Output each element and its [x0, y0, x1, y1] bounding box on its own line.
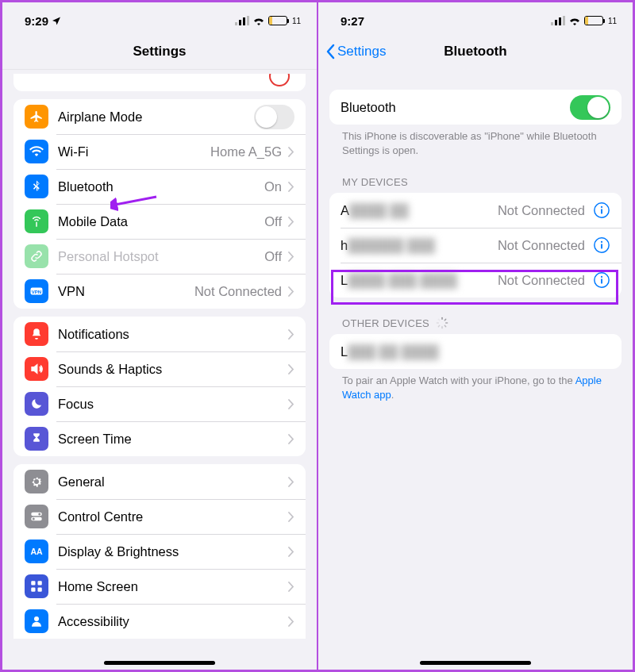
row-label: Display & Brightness: [58, 544, 282, 559]
other-devices-group: L███ ██ ████: [329, 334, 622, 369]
chevron-right-icon: [288, 286, 294, 297]
svg-text:AA: AA: [30, 547, 43, 556]
chevron-right-icon: [288, 547, 294, 557]
cell-signal-icon: [551, 14, 565, 28]
hourglass-icon: [25, 427, 48, 451]
row-value: Not Connected: [194, 284, 282, 299]
settings-row-vpn[interactable]: VPNVPNNot Connected: [13, 274, 306, 309]
settings-row-mobile-data[interactable]: Mobile DataOff: [13, 204, 306, 239]
discoverable-note: This iPhone is discoverable as "iPhone" …: [342, 129, 609, 157]
my-devices-group: A████ ██Not Connectedh██████ ███Not Conn…: [329, 193, 622, 298]
status-time: 9:29: [25, 14, 48, 28]
device-row[interactable]: L████ ███ ████Not Connected: [329, 263, 622, 298]
svg-rect-34: [441, 326, 442, 328]
navbar: Settings Bluetooth: [318, 34, 633, 69]
settings-root-screen: 9:29 11 Settings Airplane ModeWi-FiHome …: [0, 0, 318, 672]
settings-row-notifications[interactable]: Notifications: [13, 317, 306, 351]
settings-row-control-centre[interactable]: Control Centre: [13, 499, 306, 534]
toggle[interactable]: [254, 105, 294, 129]
svg-point-7: [38, 513, 40, 516]
svg-rect-33: [444, 324, 446, 327]
bluetooth-toggle[interactable]: [570, 95, 610, 120]
battery-icon: [268, 16, 287, 25]
settings-row-display-brightness[interactable]: AADisplay & Brightness: [13, 534, 306, 569]
page-title: Bluetooth: [444, 44, 506, 60]
back-label: Settings: [337, 44, 386, 60]
settings-row-airplane-mode[interactable]: Airplane Mode: [13, 99, 306, 134]
svg-point-25: [601, 241, 602, 243]
toggles-icon: [25, 505, 48, 528]
row-label: Sounds & Haptics: [58, 362, 282, 377]
general-group: GeneralControl CentreAADisplay & Brightn…: [13, 464, 306, 639]
bluetooth-toggle-group: Bluetooth: [329, 90, 622, 125]
gear-icon: [25, 470, 48, 493]
svg-rect-13: [31, 588, 35, 592]
device-status: Not Connected: [498, 273, 585, 288]
row-label: Bluetooth: [58, 179, 264, 194]
device-row[interactable]: A████ ██Not Connected: [329, 193, 622, 228]
status-bar: 9:29 11: [2, 2, 317, 34]
svg-rect-11: [31, 581, 35, 585]
chevron-right-icon: [288, 364, 294, 374]
row-label: Mobile Data: [58, 214, 264, 229]
svg-rect-37: [437, 318, 440, 321]
vpn-icon: VPN: [25, 279, 48, 303]
row-value: On: [264, 179, 282, 194]
bluetooth-toggle-row: Bluetooth: [329, 90, 622, 125]
row-label: Accessibility: [58, 614, 282, 629]
row-label: Focus: [58, 397, 282, 412]
svg-point-15: [34, 616, 39, 621]
svg-rect-19: [559, 17, 561, 25]
settings-row-accessibility[interactable]: Accessibility: [13, 604, 306, 639]
svg-rect-12: [38, 581, 42, 585]
row-label: Personal Hotspot: [58, 249, 264, 264]
info-button[interactable]: [593, 202, 610, 219]
row-value: Off: [264, 214, 282, 229]
notifications-group: NotificationsSounds & HapticsFocusScreen…: [13, 317, 306, 456]
aa-icon: AA: [25, 540, 48, 563]
chevron-right-icon: [288, 477, 294, 487]
settings-row-screen-time[interactable]: Screen Time: [13, 421, 306, 456]
other-devices-header: OTHER DEVICES: [342, 317, 609, 329]
settings-row-wi-fi[interactable]: Wi-FiHome A_5G: [13, 134, 306, 169]
chevron-right-icon: [288, 217, 294, 227]
svg-rect-0: [235, 22, 237, 25]
bluetooth-settings-screen: 9:27 11 Settings Bluetooth Bluetooth Thi…: [318, 0, 635, 672]
settings-row-general[interactable]: General: [13, 464, 306, 499]
chevron-right-icon: [288, 252, 294, 262]
row-label: Airplane Mode: [58, 109, 254, 125]
settings-row-focus[interactable]: Focus: [13, 386, 306, 421]
svg-rect-23: [601, 209, 602, 213]
device-row[interactable]: L███ ██ ████: [329, 334, 622, 369]
info-button[interactable]: [593, 236, 610, 254]
device-row[interactable]: h██████ ███Not Connected: [329, 228, 622, 263]
back-button[interactable]: Settings: [325, 44, 386, 60]
row-label: Screen Time: [58, 432, 282, 447]
svg-rect-31: [444, 318, 446, 321]
status-bar: 9:27 11: [318, 2, 633, 34]
bell-icon: [25, 322, 48, 346]
chevron-right-icon: [288, 182, 294, 192]
battery-percent: 11: [292, 17, 301, 25]
svg-rect-20: [563, 16, 565, 25]
device-name: A████ ██: [341, 203, 498, 218]
settings-row-personal-hotspot[interactable]: Personal HotspotOff: [13, 239, 306, 274]
settings-row-sounds-haptics[interactable]: Sounds & Haptics: [13, 351, 306, 386]
pair-watch-note: To pair an Apple Watch with your iPhone,…: [342, 374, 609, 401]
grid-icon: [25, 574, 48, 598]
info-button[interactable]: [593, 271, 610, 289]
home-indicator: [104, 661, 215, 665]
chevron-right-icon: [288, 399, 294, 409]
speaker-icon: [25, 357, 48, 381]
settings-row-bluetooth[interactable]: BluetoothOn: [13, 169, 306, 204]
spinner-icon: [436, 317, 448, 329]
settings-row-home-screen[interactable]: Home Screen: [13, 569, 306, 604]
apple-id-group-partial[interactable]: [13, 74, 306, 91]
wifi-icon: [568, 14, 581, 28]
svg-rect-14: [38, 588, 42, 592]
chevron-right-icon: [288, 512, 294, 522]
my-devices-header: MY DEVICES: [342, 176, 609, 188]
status-time: 9:27: [341, 14, 364, 28]
chevron-right-icon: [288, 434, 294, 444]
airplane-icon: [25, 105, 48, 129]
